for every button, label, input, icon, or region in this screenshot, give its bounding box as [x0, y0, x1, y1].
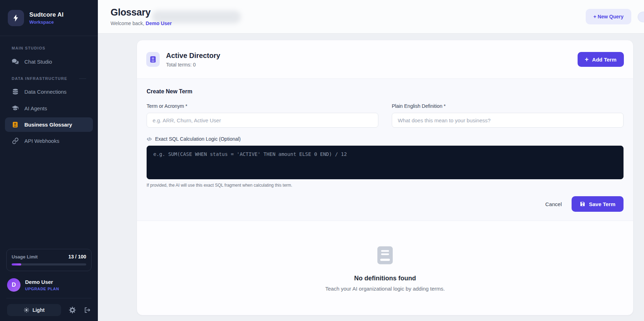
section-label-data-infrastructure: DATA INFRASTRUCTURE [5, 71, 93, 84]
logout-button[interactable] [84, 307, 91, 314]
logout-icon [84, 307, 91, 314]
lightning-bolt-icon [8, 10, 24, 26]
usage-progress-track [12, 263, 86, 265]
sidebar-item-label: Data Connections [24, 89, 66, 95]
sidebar-item-ai-agents[interactable]: AI Agents [5, 101, 93, 116]
welcome-text: Welcome back, Demo User [111, 21, 172, 26]
main-area: Glossary Welcome back, Demo User + New Q… [98, 0, 644, 321]
brand-text: Sudtcore AI Workspace [29, 11, 64, 25]
cut-off-button[interactable] [638, 12, 644, 22]
total-terms-count: Total terms: 0 [166, 62, 220, 68]
upgrade-plan-link[interactable]: UPGRADE PLAN [25, 287, 59, 291]
sidebar-item-label: AI Agents [24, 105, 47, 111]
chat-bubbles-icon [12, 58, 19, 65]
page-title: Glossary [111, 7, 172, 18]
app-window: Sudtcore AI Workspace MAIN STUDIOS Chat … [0, 0, 644, 321]
glossary-title: Active Directory [166, 52, 220, 60]
term-field-label: Term or Acronym * [147, 103, 378, 109]
avatar: D [7, 278, 20, 292]
gear-icon [69, 307, 76, 314]
form-actions: Cancel Save Term [147, 196, 624, 212]
save-term-button[interactable]: Save Term [572, 196, 624, 212]
link-icon [12, 138, 19, 144]
welcome-user-name: Demo User [146, 21, 172, 26]
sql-field-label-row: Exact SQL Calculation Logic (Optional) [147, 136, 624, 142]
sidebar-item-data-connections[interactable]: Data Connections [5, 84, 93, 99]
add-term-button[interactable]: + Add Term [578, 52, 624, 67]
glossary-card-header: Active Directory Total terms: 0 + Add Te… [137, 40, 633, 78]
theme-toggle-label: Light [33, 307, 45, 313]
brand-name: Sudtcore AI [29, 11, 64, 18]
save-floppy-icon [580, 201, 585, 207]
sql-field-label: Exact SQL Calculation Logic (Optional) [155, 136, 241, 142]
settings-gear-button[interactable] [69, 307, 76, 314]
sidebar-item-label: API Webhooks [24, 138, 59, 144]
sun-icon [24, 307, 29, 313]
graduation-cap-icon [12, 105, 19, 112]
usage-progress-fill [12, 263, 21, 265]
database-icon [12, 88, 19, 95]
sidebar-nav: MAIN STUDIOS Chat Studio DATA INFRASTRUC… [0, 36, 98, 150]
theme-toggle-button[interactable]: Light [7, 304, 61, 316]
sidebar-bottom: Usage Limit 13 / 100 D Demo User UPGRADE… [0, 249, 98, 321]
section-rule [79, 78, 86, 79]
term-input[interactable] [147, 113, 378, 128]
sidebar-item-chat-studio[interactable]: Chat Studio [5, 54, 93, 69]
cancel-button[interactable]: Cancel [545, 201, 562, 207]
usage-limit-label: Usage Limit [12, 254, 38, 259]
sidebar-item-label: Chat Studio [24, 59, 52, 65]
sql-logic-textarea[interactable] [147, 146, 624, 179]
user-profile[interactable]: D Demo User UPGRADE PLAN [7, 278, 91, 298]
form-heading: Create New Term [147, 88, 624, 95]
brand-header: Sudtcore AI Workspace [0, 0, 98, 36]
sidebar-item-api-webhooks[interactable]: API Webhooks [5, 134, 93, 148]
content-area: Active Directory Total terms: 0 + Add Te… [98, 34, 644, 321]
usage-limit-value: 13 / 100 [68, 254, 86, 259]
empty-state: No definitions found Teach your AI organ… [137, 221, 633, 315]
definition-input[interactable] [392, 113, 624, 128]
new-query-button[interactable]: + New Query [586, 9, 631, 24]
section-label-main-studios: MAIN STUDIOS [5, 40, 93, 54]
code-icon [147, 136, 152, 142]
sidebar-item-label: Business Glossary [24, 122, 72, 128]
empty-book-icon [375, 244, 395, 268]
brand-subtitle: Workspace [29, 19, 64, 25]
definition-field-label: Plain English Definition * [392, 103, 624, 109]
empty-state-title: No definitions found [354, 275, 416, 282]
create-term-form: Create New Term Term or Acronym * Plain … [137, 78, 633, 221]
sidebar-item-business-glossary[interactable]: Business Glossary [5, 117, 93, 132]
usage-limit-card: Usage Limit 13 / 100 [6, 249, 91, 271]
page-header: Glossary Welcome back, Demo User + New Q… [98, 0, 644, 34]
glossary-card: Active Directory Total terms: 0 + Add Te… [137, 40, 633, 315]
user-name: Demo User [25, 279, 59, 285]
plus-icon: + [585, 56, 589, 63]
empty-state-subtitle: Teach your AI organizational logic by ad… [325, 286, 445, 292]
book-icon [12, 121, 19, 128]
sidebar: Sudtcore AI Workspace MAIN STUDIOS Chat … [0, 0, 98, 321]
sidebar-footer: Light [6, 298, 91, 316]
sql-help-text: If provided, the AI will use this exact … [147, 183, 624, 188]
glossary-book-icon [146, 52, 160, 67]
